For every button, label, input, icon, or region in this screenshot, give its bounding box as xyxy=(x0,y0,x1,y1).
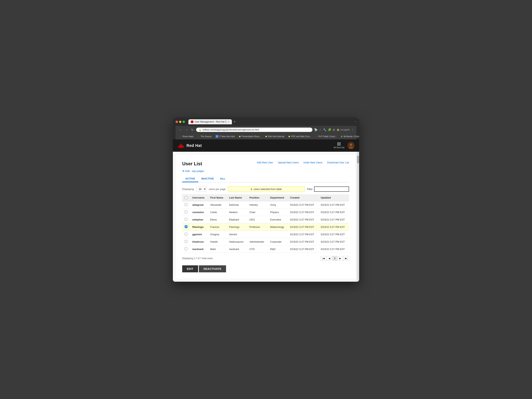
cell-position: CEO xyxy=(247,216,268,223)
filter-input[interactable] xyxy=(314,186,349,192)
row-checkbox-cell xyxy=(182,238,190,246)
first-page-button[interactable]: |◀ xyxy=(321,256,326,261)
row-checkbox-fflamingo[interactable] xyxy=(185,225,187,228)
user-avatar[interactable] xyxy=(348,142,355,149)
maximize-window-button[interactable] xyxy=(183,121,185,123)
cell-position xyxy=(247,231,268,238)
table-controls: Displaying 10 25 50 users per page 1 use… xyxy=(182,186,349,192)
rh-header: Red Hat All Red Hat xyxy=(173,139,359,152)
cast-icon[interactable]: 📡 xyxy=(314,128,317,131)
minimize-window-button[interactable] xyxy=(179,121,181,123)
cell-last: Hadrosaurus xyxy=(227,238,247,246)
col-first-name: First Name xyxy=(208,194,227,201)
new-tab-button[interactable]: + xyxy=(232,119,237,124)
tab-grid-icon[interactable]: ⊞ xyxy=(333,128,335,131)
row-checkbox-cell xyxy=(182,246,190,253)
deactivate-button[interactable]: DEACTIVATE xyxy=(199,265,226,272)
refresh-button[interactable]: ↻ xyxy=(190,128,194,132)
menu-dots-icon[interactable]: ⋮ xyxy=(351,128,354,131)
bookmark-star-icon[interactable]: ☆ xyxy=(319,128,322,131)
cell-username: fflamingo xyxy=(190,223,208,231)
bookmark-red-hat-external[interactable]: 📁 Red Hat External xyxy=(264,135,286,138)
tab-title: User Management - Red Hat C xyxy=(195,120,227,123)
incognito-button[interactable]: 🕵 Incognito xyxy=(337,128,350,131)
row-checkbox-aldagreat[interactable] xyxy=(185,203,187,206)
cell-department xyxy=(268,231,288,238)
prev-page-button[interactable]: ◀ xyxy=(327,256,332,261)
scrollbar-thumb[interactable] xyxy=(357,156,359,163)
address-bar[interactable]: 🔒 redhat.com/wapps/ugc/protected/usermgt… xyxy=(196,127,313,132)
bookmark-the-source-label: The Source xyxy=(201,135,212,137)
bookmark-it-new-hire[interactable]: N IT New Hire Hub xyxy=(214,134,236,138)
tab-active[interactable]: ACTIVE xyxy=(182,176,198,182)
tab-close-button[interactable]: ✕ xyxy=(228,121,229,123)
cell-created: 5/23/22 3:27 PM EST xyxy=(288,238,318,246)
tab-all[interactable]: ALL xyxy=(217,176,228,182)
pagination-info: Displaying 1-7 of 7 total users xyxy=(182,257,213,260)
row-checkbox-canewton[interactable] xyxy=(185,210,187,213)
cell-username: hhadrosa xyxy=(190,238,208,246)
last-page-button[interactable]: ▶| xyxy=(343,256,349,261)
download-user-list-link[interactable]: Download User List xyxy=(327,161,349,164)
rh-logo[interactable]: Red Hat xyxy=(177,143,202,148)
col-department: Department xyxy=(268,194,288,201)
upload-new-users-link[interactable]: Upload New Users xyxy=(278,161,299,164)
close-window-button[interactable] xyxy=(176,121,178,123)
cell-position: Professor xyxy=(247,223,268,231)
bookmark-mcsandy-online-label: McSandy | Online xyxy=(344,135,359,137)
row-checkbox-mardvark[interactable] xyxy=(185,248,187,250)
cell-created: 5/23/22 3:27 PM EST xyxy=(288,216,318,223)
per-page-select[interactable]: 10 25 50 xyxy=(196,186,206,192)
next-page-button[interactable]: ▶ xyxy=(338,256,343,261)
cell-first: Mark xyxy=(208,246,227,253)
cell-first: Gregory xyxy=(208,231,227,238)
add-new-user-link[interactable]: Add New User xyxy=(257,161,273,164)
svg-point-4 xyxy=(350,144,352,146)
table-row: fflamingoFrancesFlamingoProfessorMeteoro… xyxy=(182,223,349,231)
table-row: canewtonCarterNewtonChairPhysics5/23/22 … xyxy=(182,209,349,216)
selected-users-banner: 1 users selected from table xyxy=(228,186,305,192)
invite-new-users-link[interactable]: Invite New Users xyxy=(304,161,323,164)
extension-icon[interactable]: 🔧 xyxy=(323,128,326,131)
table-row: aldagreatAlexanderDaGreatInfantryArmy5/2… xyxy=(182,201,349,209)
extensions-puzzle-icon[interactable]: 🧩 xyxy=(328,128,331,131)
bookmark-rover-apps[interactable]: 🎩 Rover Apps xyxy=(178,135,195,138)
forward-button[interactable]: → xyxy=(184,128,189,132)
filter-label: Filter xyxy=(307,188,313,190)
page-content: Red Hat All Red Hat xyxy=(173,139,359,282)
pagination-controls: |◀ ◀ 1 ▶ ▶| xyxy=(321,256,349,261)
bookmark-pnt-public-cloud[interactable]: 🎩 PnT Public Cloud... xyxy=(314,135,338,138)
cell-department: Physics xyxy=(268,209,288,216)
presentation-reso-favicon: 📁 xyxy=(239,135,241,137)
bookmark-pfe-web[interactable]: 📁 PFE and Web Com... xyxy=(287,135,313,138)
cell-position: Infantry xyxy=(247,201,268,209)
bookmark-presentation-reso[interactable]: 📁 Presentation Reso... xyxy=(237,135,263,138)
cell-updated: 5/23/22 3:27 PM EST xyxy=(318,231,349,238)
bookmark-pnt-public-cloud-label: PnT Public Cloud... xyxy=(318,135,337,137)
apps-grid-icon xyxy=(337,142,341,145)
row-checkbox-eelephan[interactable] xyxy=(185,218,187,221)
row-checkbox-ggemini[interactable] xyxy=(185,233,187,235)
row-checkbox-hhadrosa[interactable] xyxy=(185,240,187,243)
select-all-checkbox[interactable] xyxy=(185,196,187,199)
edit-asp-judges-link[interactable]: ⚙ Edit - asp-judges xyxy=(182,170,204,172)
cell-updated: 5/23/22 3:27 PM EST xyxy=(318,209,349,216)
cell-username: eelephan xyxy=(190,216,208,223)
collapse-button[interactable]: ⌄ xyxy=(355,120,356,124)
page-1-button[interactable]: 1 xyxy=(332,256,337,261)
row-checkbox-cell xyxy=(182,201,190,209)
tab-inactive[interactable]: INACTIVE xyxy=(198,176,217,182)
all-red-hat-button[interactable]: All Red Hat xyxy=(334,142,344,149)
action-links: Add New User Upload New Users Invite New… xyxy=(257,161,349,164)
bookmark-the-source[interactable]: 🎩 The Source xyxy=(196,135,213,138)
table-row: mardvarkMarkAardvarkCTOR&D5/23/22 3:27 P… xyxy=(182,246,349,253)
table-row: hhadrosaHariettHadrosaurusAdministratorC… xyxy=(182,238,349,246)
cell-last: Elephant xyxy=(227,216,247,223)
bookmark-it-new-hire-label: IT New Hire Hub xyxy=(219,135,235,137)
scrollbar[interactable] xyxy=(357,152,359,282)
bookmark-mcsandy-online[interactable]: ⊞ McSandy | Online xyxy=(339,135,359,138)
back-button[interactable]: ← xyxy=(178,128,183,132)
rh-logo-text: Red Hat xyxy=(186,143,202,148)
edit-button[interactable]: EDIT xyxy=(182,265,198,272)
active-tab[interactable]: User Management - Red Hat C ✕ xyxy=(188,119,232,124)
